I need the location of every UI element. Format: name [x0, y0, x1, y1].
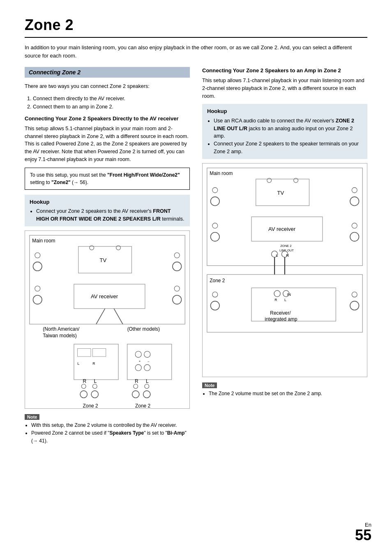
- diagram-direct-svg: Main room TV AV receiver: [25, 231, 189, 408]
- svg-point-42: [145, 384, 149, 389]
- note-item-2: Powered Zone 2 cannot be used if "Speake…: [31, 429, 190, 445]
- svg-point-56: [210, 232, 219, 241]
- hookup-box-amp: Hookup Use an RCA audio cable to connect…: [202, 104, 367, 159]
- svg-point-58: [350, 197, 359, 206]
- page-number-area: En 55: [355, 522, 371, 543]
- svg-point-82: [210, 301, 219, 310]
- svg-text:(Other models): (Other models): [127, 326, 160, 332]
- note-amp-1: The Zone 2 volume must be set on the Zon…: [209, 390, 367, 398]
- svg-point-41: [134, 384, 138, 389]
- svg-point-36: [92, 384, 97, 389]
- hookup-title-direct: Hookup: [30, 198, 185, 206]
- note-list-direct: With this setup, the Zone 2 volume is co…: [31, 421, 190, 445]
- page-number: 55: [355, 528, 371, 543]
- svg-point-8: [35, 286, 40, 291]
- svg-text:L: L: [78, 362, 80, 366]
- svg-point-83: [352, 292, 357, 297]
- svg-rect-26: [127, 344, 172, 379]
- svg-point-59: [352, 223, 357, 228]
- svg-text:AV receiver: AV receiver: [268, 226, 296, 232]
- svg-point-9: [33, 295, 42, 304]
- svg-point-7: [33, 262, 42, 271]
- svg-rect-21: [74, 344, 118, 379]
- note-label-direct: Note: [25, 414, 39, 420]
- svg-rect-0: [30, 235, 185, 324]
- hookup-list-direct: Connect your Zone 2 speakers to the AV r…: [36, 207, 185, 223]
- svg-point-35: [81, 384, 86, 389]
- svg-point-55: [212, 223, 218, 228]
- direct-section-heading: Connecting Your Zone 2 Speakers Directly…: [25, 115, 190, 122]
- svg-point-54: [210, 197, 219, 206]
- svg-point-11: [173, 262, 182, 271]
- svg-text:Zone 2: Zone 2: [135, 403, 150, 408]
- svg-text:–: –: [148, 359, 150, 363]
- svg-rect-71: [207, 274, 362, 332]
- svg-text:L: L: [94, 378, 97, 384]
- direct-body: This setup allows 5.1-channel playback i…: [25, 125, 190, 164]
- diagram-amp: Main room TV AV receiver: [202, 163, 367, 377]
- svg-point-13: [173, 295, 182, 304]
- svg-point-10: [174, 253, 180, 258]
- svg-text:+: +: [139, 359, 141, 363]
- svg-point-60: [350, 232, 359, 241]
- svg-text:R: R: [83, 378, 87, 384]
- hookup-list-amp: Use an RCA audio cable to connect the AV…: [214, 117, 362, 156]
- tip-box: To use this setup, you must set the "Fro…: [25, 168, 190, 190]
- svg-point-84: [350, 301, 359, 310]
- svg-point-81: [212, 292, 218, 297]
- svg-point-43: [132, 391, 139, 398]
- intro-text: In addition to your main listening room,…: [25, 44, 367, 60]
- left-column: Connecting Zone 2 There are two ways you…: [25, 67, 190, 445]
- svg-text:R: R: [92, 362, 95, 366]
- title-rule: [25, 37, 367, 38]
- svg-text:Taiwan models): Taiwan models): [43, 333, 77, 339]
- svg-text:ZONE 2: ZONE 2: [280, 244, 291, 248]
- hookup-box-direct: Hookup Connect your Zone 2 speakers to t…: [25, 195, 190, 226]
- svg-point-12: [174, 286, 180, 291]
- two-column-layout: Connecting Zone 2 There are two ways you…: [25, 67, 367, 445]
- svg-text:L: L: [146, 378, 149, 384]
- note-section-direct: Note With this setup, the Zone 2 volume …: [25, 414, 190, 445]
- note-item-1: With this setup, the Zone 2 volume is co…: [31, 421, 190, 429]
- svg-text:Main room: Main room: [210, 170, 233, 176]
- svg-point-38: [91, 391, 98, 398]
- note-section-amp: Note The Zone 2 volume must be set on th…: [202, 382, 367, 398]
- hookup-title-amp: Hookup: [207, 107, 362, 115]
- diagram-amp-svg: Main room TV AV receiver: [203, 164, 367, 377]
- hookup-bullet-amp-1: Use an RCA audio cable to connect the AV…: [214, 117, 362, 140]
- list-item-2: Connect them to an amp in Zone 2.: [33, 103, 190, 111]
- list-item-1: Connect them directly to the AV receiver…: [33, 94, 190, 103]
- right-column: Connecting Your Zone 2 Speakers to an Am…: [202, 67, 367, 445]
- svg-line-17: [114, 309, 123, 324]
- svg-text:integrated amp: integrated amp: [265, 316, 297, 322]
- svg-point-28: [144, 351, 150, 357]
- svg-text:R: R: [274, 298, 277, 302]
- svg-point-57: [352, 187, 357, 193]
- hookup-bullet-direct: Connect your Zone 2 speakers to the AV r…: [36, 207, 185, 223]
- note-label-amp: Note: [202, 382, 217, 388]
- note-list-amp: The Zone 2 volume must be set on the Zon…: [209, 390, 367, 398]
- svg-rect-23: [92, 348, 106, 356]
- svg-point-44: [143, 391, 150, 398]
- connecting-zone2-body: There are two ways you can connect Zone …: [25, 83, 190, 90]
- amp-body: This setup allows 7.1-channel playback i…: [202, 77, 367, 100]
- svg-point-31: [135, 364, 141, 371]
- svg-point-27: [135, 351, 141, 357]
- svg-text:(North American/: (North American/: [43, 326, 80, 332]
- svg-point-37: [80, 391, 87, 398]
- connecting-zone2-list: Connect them directly to the AV receiver…: [33, 94, 190, 111]
- svg-text:L: L: [284, 298, 286, 302]
- svg-point-53: [212, 187, 218, 193]
- hookup-bullet-amp-2: Connect your Zone 2 speakers to the spea…: [214, 140, 362, 156]
- svg-text:R: R: [135, 378, 138, 384]
- svg-point-6: [35, 253, 40, 258]
- connecting-zone2-header: Connecting Zone 2: [25, 67, 190, 78]
- svg-point-32: [144, 364, 150, 371]
- svg-text:Zone 2: Zone 2: [83, 403, 98, 408]
- svg-text:TV: TV: [277, 189, 284, 196]
- amp-section-heading: Connecting Your Zone 2 Speakers to an Am…: [202, 67, 367, 74]
- diagram-direct: Main room TV AV receiver: [25, 230, 190, 409]
- svg-text:Main room: Main room: [32, 238, 55, 244]
- svg-text:Receiver/: Receiver/: [270, 310, 291, 315]
- svg-text:Zone 2: Zone 2: [210, 277, 225, 283]
